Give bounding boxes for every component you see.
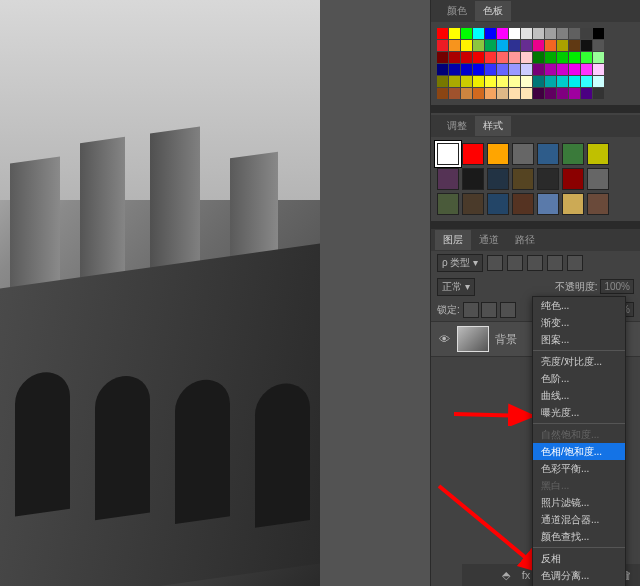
swatch[interactable] <box>437 28 448 39</box>
swatch[interactable] <box>461 88 472 99</box>
swatch[interactable] <box>533 52 544 63</box>
filter-type-icon[interactable] <box>527 255 543 271</box>
style-swatch[interactable] <box>537 143 559 165</box>
lock-pixels-icon[interactable] <box>481 302 497 318</box>
swatch[interactable] <box>497 88 508 99</box>
menu-item[interactable]: 色调分离... <box>533 567 625 584</box>
menu-item[interactable]: 颜色查找... <box>533 528 625 545</box>
swatch[interactable] <box>461 64 472 75</box>
swatch[interactable] <box>545 88 556 99</box>
style-swatch[interactable] <box>562 193 584 215</box>
swatch[interactable] <box>581 76 592 87</box>
swatch[interactable] <box>593 52 604 63</box>
style-swatch[interactable] <box>437 193 459 215</box>
swatch[interactable] <box>521 40 532 51</box>
swatch[interactable] <box>449 28 460 39</box>
swatch[interactable] <box>509 88 520 99</box>
swatch[interactable] <box>557 40 568 51</box>
swatch[interactable] <box>497 76 508 87</box>
swatch[interactable] <box>533 76 544 87</box>
swatch[interactable] <box>545 40 556 51</box>
swatch[interactable] <box>473 40 484 51</box>
swatch[interactable] <box>461 76 472 87</box>
swatch[interactable] <box>509 28 520 39</box>
swatch[interactable] <box>437 88 448 99</box>
menu-item[interactable]: 曲线... <box>533 387 625 404</box>
tab-swatches[interactable]: 色板 <box>475 1 511 21</box>
filter-adjust-icon[interactable] <box>507 255 523 271</box>
swatch[interactable] <box>533 88 544 99</box>
swatch[interactable] <box>473 76 484 87</box>
swatch[interactable] <box>545 52 556 63</box>
style-swatch[interactable] <box>537 168 559 190</box>
swatch[interactable] <box>557 28 568 39</box>
swatch[interactable] <box>509 64 520 75</box>
lock-all-icon[interactable] <box>500 302 516 318</box>
swatch[interactable] <box>569 88 580 99</box>
swatch[interactable] <box>533 28 544 39</box>
menu-item[interactable]: 色阶... <box>533 370 625 387</box>
kind-select[interactable]: ρ 类型 ▾ <box>437 254 483 272</box>
visibility-icon[interactable]: 👁 <box>437 332 451 346</box>
swatch[interactable] <box>569 40 580 51</box>
style-swatch[interactable] <box>537 193 559 215</box>
menu-item[interactable]: 色彩平衡... <box>533 460 625 477</box>
filter-shape-icon[interactable] <box>547 255 563 271</box>
tab-styles[interactable]: 样式 <box>475 116 511 136</box>
swatch[interactable] <box>521 76 532 87</box>
menu-item[interactable]: 色相/饱和度... <box>533 443 625 460</box>
swatch[interactable] <box>497 40 508 51</box>
swatch[interactable] <box>581 28 592 39</box>
swatch[interactable] <box>485 88 496 99</box>
menu-item[interactable]: 图案... <box>533 331 625 348</box>
menu-item[interactable]: 亮度/对比度... <box>533 353 625 370</box>
swatch[interactable] <box>581 40 592 51</box>
style-swatch[interactable] <box>462 193 484 215</box>
document-canvas[interactable] <box>0 0 320 586</box>
style-swatch[interactable] <box>512 143 534 165</box>
swatch[interactable] <box>545 76 556 87</box>
menu-item[interactable]: 反相 <box>533 550 625 567</box>
swatch[interactable] <box>545 64 556 75</box>
swatch[interactable] <box>581 88 592 99</box>
tab-color[interactable]: 颜色 <box>439 1 475 21</box>
menu-item[interactable]: 曝光度... <box>533 404 625 421</box>
swatch[interactable] <box>557 64 568 75</box>
menu-item[interactable]: 渐变... <box>533 314 625 331</box>
opacity-input[interactable]: 100% <box>600 279 634 294</box>
swatch[interactable] <box>509 76 520 87</box>
style-swatch[interactable] <box>587 193 609 215</box>
swatch[interactable] <box>449 52 460 63</box>
style-swatch[interactable] <box>562 168 584 190</box>
style-swatch[interactable] <box>587 168 609 190</box>
swatch[interactable] <box>485 40 496 51</box>
tab-layers[interactable]: 图层 <box>435 230 471 250</box>
swatch[interactable] <box>449 40 460 51</box>
swatch[interactable] <box>593 88 604 99</box>
swatch[interactable] <box>485 76 496 87</box>
swatch[interactable] <box>461 52 472 63</box>
tab-adjustments[interactable]: 调整 <box>439 116 475 136</box>
menu-item[interactable]: 通道混合器... <box>533 511 625 528</box>
style-swatch[interactable] <box>462 143 484 165</box>
filter-pixel-icon[interactable] <box>487 255 503 271</box>
swatch[interactable] <box>509 40 520 51</box>
tab-paths[interactable]: 路径 <box>507 230 543 250</box>
style-swatch[interactable] <box>487 168 509 190</box>
swatch[interactable] <box>521 28 532 39</box>
swatch[interactable] <box>593 40 604 51</box>
swatch[interactable] <box>581 52 592 63</box>
style-swatch[interactable] <box>487 193 509 215</box>
swatch[interactable] <box>593 64 604 75</box>
swatch[interactable] <box>569 64 580 75</box>
swatch[interactable] <box>473 88 484 99</box>
swatch[interactable] <box>449 64 460 75</box>
swatch[interactable] <box>497 52 508 63</box>
blend-mode-select[interactable]: 正常 ▾ <box>437 278 475 296</box>
swatch[interactable] <box>509 52 520 63</box>
swatch[interactable] <box>557 88 568 99</box>
swatch[interactable] <box>497 28 508 39</box>
layer-thumbnail[interactable] <box>457 326 489 352</box>
lock-transparency-icon[interactable] <box>463 302 479 318</box>
swatch[interactable] <box>473 64 484 75</box>
